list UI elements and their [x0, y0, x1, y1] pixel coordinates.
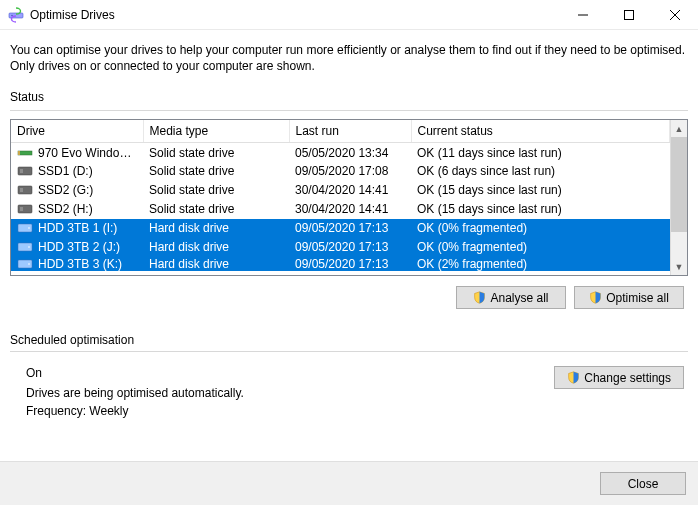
drive-icon — [17, 147, 33, 159]
media-type: Hard disk drive — [143, 219, 289, 238]
drive-icon — [17, 222, 33, 234]
current-status: OK (15 days since last run) — [411, 181, 670, 200]
media-type: Solid state drive — [143, 181, 289, 200]
shield-icon — [473, 291, 486, 304]
col-status[interactable]: Current status — [411, 120, 670, 143]
last-run: 30/04/2020 14:41 — [289, 181, 411, 200]
close-window-button[interactable] — [652, 0, 698, 30]
scheduled-line2: Frequency: Weekly — [26, 404, 554, 418]
drive-name: SSD1 (D:) — [38, 164, 93, 178]
drive-icon — [17, 258, 33, 270]
scroll-down-icon[interactable]: ▼ — [671, 258, 687, 275]
drives-table: Drive Media type Last run Current status… — [10, 119, 688, 276]
divider — [10, 351, 688, 352]
drive-name: HDD 3TB 3 (K:) — [38, 257, 122, 271]
drive-name: SSD2 (G:) — [38, 183, 93, 197]
drive-icon — [17, 241, 33, 253]
table-row[interactable]: HDD 3TB 3 (K:)Hard disk drive09/05/2020 … — [11, 257, 670, 271]
scroll-thumb[interactable] — [671, 137, 687, 231]
optimise-all-button[interactable]: Optimise all — [574, 286, 684, 309]
drive-name: 970 Evo Windows (… — [38, 146, 137, 160]
last-run: 05/05/2020 13:34 — [289, 143, 411, 162]
col-lastrun[interactable]: Last run — [289, 120, 411, 143]
close-label: Close — [628, 477, 659, 491]
svg-rect-15 — [18, 260, 32, 268]
scrollbar[interactable]: ▲ ▼ — [670, 120, 687, 275]
last-run: 30/04/2020 14:41 — [289, 200, 411, 219]
svg-rect-4 — [18, 151, 20, 155]
scroll-track[interactable] — [671, 137, 687, 258]
media-type: Hard disk drive — [143, 257, 289, 271]
svg-rect-3 — [18, 151, 32, 155]
maximize-button[interactable] — [606, 0, 652, 30]
last-run: 09/05/2020 17:13 — [289, 238, 411, 257]
analyse-all-label: Analyse all — [490, 291, 548, 305]
scroll-up-icon[interactable]: ▲ — [671, 120, 687, 137]
media-type: Solid state drive — [143, 162, 289, 181]
svg-point-16 — [28, 263, 30, 265]
current-status: OK (0% fragmented) — [411, 238, 670, 257]
table-row[interactable]: SSD2 (H:)Solid state drive30/04/2020 14:… — [11, 200, 670, 219]
intro-text: You can optimise your drives to help you… — [10, 42, 688, 74]
col-drive[interactable]: Drive — [11, 120, 143, 143]
drive-icon — [17, 203, 33, 215]
last-run: 09/05/2020 17:13 — [289, 219, 411, 238]
current-status: OK (11 days since last run) — [411, 143, 670, 162]
change-settings-button[interactable]: Change settings — [554, 366, 684, 389]
minimize-button[interactable] — [560, 0, 606, 30]
drive-name: SSD2 (H:) — [38, 202, 93, 216]
svg-point-12 — [28, 228, 30, 230]
media-type: Solid state drive — [143, 200, 289, 219]
drive-name: HDD 3TB 1 (I:) — [38, 221, 117, 235]
svg-rect-2 — [625, 10, 634, 19]
media-type: Hard disk drive — [143, 238, 289, 257]
analyse-all-button[interactable]: Analyse all — [456, 286, 566, 309]
scheduled-line1: Drives are being optimised automatically… — [26, 386, 554, 400]
svg-rect-11 — [18, 224, 32, 232]
svg-rect-10 — [20, 207, 23, 211]
titlebar: Optimise Drives — [0, 0, 698, 30]
scheduled-on: On — [26, 366, 554, 380]
drive-icon — [17, 165, 33, 177]
current-status: OK (15 days since last run) — [411, 200, 670, 219]
shield-icon — [589, 291, 602, 304]
table-row[interactable]: HDD 3TB 2 (J:)Hard disk drive09/05/2020 … — [11, 238, 670, 257]
svg-rect-13 — [18, 243, 32, 251]
current-status: OK (2% fragmented) — [411, 257, 670, 271]
table-row[interactable]: 970 Evo Windows (…Solid state drive05/05… — [11, 143, 670, 162]
current-status: OK (0% fragmented) — [411, 219, 670, 238]
svg-rect-8 — [20, 188, 23, 192]
status-label: Status — [10, 90, 688, 104]
drive-icon — [17, 184, 33, 196]
col-media[interactable]: Media type — [143, 120, 289, 143]
table-row[interactable]: HDD 3TB 1 (I:)Hard disk drive09/05/2020 … — [11, 219, 670, 238]
app-icon — [8, 7, 24, 23]
footer: Close — [0, 461, 698, 505]
shield-icon — [567, 371, 580, 384]
optimise-all-label: Optimise all — [606, 291, 669, 305]
scheduled-label: Scheduled optimisation — [10, 333, 688, 347]
current-status: OK (6 days since last run) — [411, 162, 670, 181]
window-title: Optimise Drives — [30, 8, 560, 22]
svg-rect-6 — [20, 169, 23, 173]
last-run: 09/05/2020 17:08 — [289, 162, 411, 181]
svg-point-14 — [28, 247, 30, 249]
change-settings-label: Change settings — [584, 371, 671, 385]
media-type: Solid state drive — [143, 143, 289, 162]
divider — [10, 110, 688, 111]
table-row[interactable]: SSD2 (G:)Solid state drive30/04/2020 14:… — [11, 181, 670, 200]
last-run: 09/05/2020 17:13 — [289, 257, 411, 271]
close-button[interactable]: Close — [600, 472, 686, 495]
table-header-row: Drive Media type Last run Current status — [11, 120, 670, 143]
table-row[interactable]: SSD1 (D:)Solid state drive09/05/2020 17:… — [11, 162, 670, 181]
drive-name: HDD 3TB 2 (J:) — [38, 240, 120, 254]
